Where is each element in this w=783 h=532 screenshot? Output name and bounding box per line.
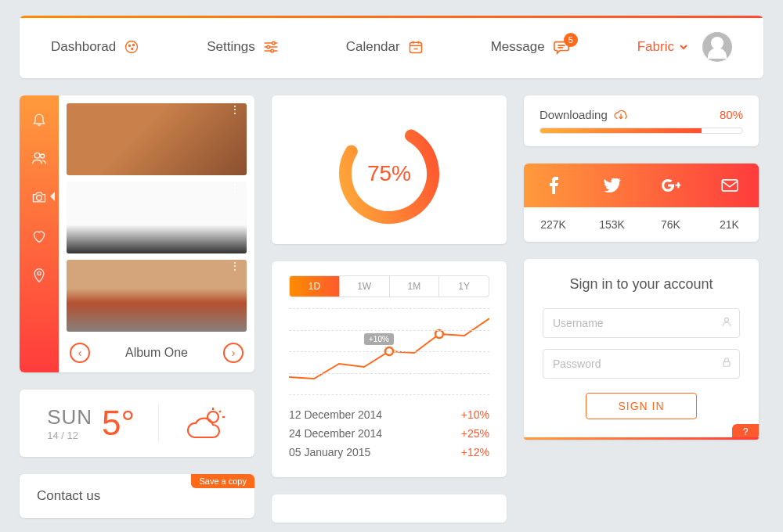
- cloud-sun-icon: [183, 406, 227, 440]
- svg-point-3: [132, 49, 133, 50]
- chat-icon: 5: [553, 39, 570, 55]
- username-input[interactable]: [543, 308, 740, 338]
- nav-dashboard-label: Dashborad: [51, 39, 116, 55]
- svg-point-29: [725, 318, 729, 322]
- location-icon[interactable]: [31, 268, 47, 283]
- history-row: 05 January 2015+12%: [289, 443, 489, 462]
- nav-message-label: Message: [491, 39, 545, 55]
- album-card: ⋮ ⋮ ⋮ ‹ Album One ›: [20, 95, 254, 372]
- camera-icon[interactable]: [31, 189, 47, 205]
- svg-point-20: [38, 271, 41, 275]
- chart-card: 1D 1W 1M 1Y +10% 12 December 2014+10: [272, 261, 507, 477]
- next-button[interactable]: ›: [223, 343, 244, 363]
- help-button[interactable]: ?: [732, 424, 759, 440]
- svg-point-7: [266, 45, 269, 49]
- range-1d[interactable]: 1D: [290, 276, 340, 297]
- nav-calendar-label: Calendar: [346, 39, 400, 55]
- download-percent: 80%: [720, 108, 743, 121]
- chart-tooltip: +10%: [364, 333, 394, 345]
- history-row: 12 December 2014+10%: [289, 405, 489, 424]
- nav-settings-label: Settings: [207, 39, 254, 55]
- svg-point-1: [129, 45, 131, 46]
- fabric-dropdown[interactable]: Fabric: [637, 39, 688, 55]
- twitter-icon[interactable]: [583, 164, 641, 207]
- social-card: 227K 153K 76K 21K: [524, 164, 759, 242]
- password-input[interactable]: [543, 349, 740, 379]
- facebook-icon[interactable]: [524, 164, 583, 207]
- range-1w[interactable]: 1W: [340, 276, 390, 297]
- svg-point-27: [435, 330, 443, 338]
- svg-rect-30: [723, 361, 730, 366]
- signin-card: Sign in to your account SIGN IN ?: [524, 259, 759, 440]
- svg-point-9: [270, 49, 273, 52]
- contact-card: Save a copy Contact us: [20, 474, 254, 518]
- weather-day: SUN: [47, 405, 92, 430]
- nav-settings[interactable]: Settings: [207, 39, 278, 55]
- line-chart: +10%: [289, 308, 489, 394]
- dashboard-icon: [124, 39, 139, 55]
- gauge-value: 75%: [334, 119, 444, 228]
- cloud-download-icon: [614, 109, 628, 121]
- heart-icon[interactable]: [31, 228, 47, 244]
- signin-title: Sign in to your account: [543, 276, 740, 293]
- svg-point-2: [133, 45, 135, 46]
- nav-calendar[interactable]: Calendar: [346, 39, 424, 55]
- bell-icon[interactable]: [31, 111, 47, 127]
- facebook-count: 227K: [524, 207, 583, 242]
- nav-dashboard[interactable]: Dashborad: [51, 39, 139, 55]
- album-photo[interactable]: ⋮: [67, 103, 247, 175]
- more-icon[interactable]: ⋮: [229, 108, 240, 111]
- weather-date: 14 / 12: [47, 430, 92, 441]
- svg-line-23: [219, 411, 221, 412]
- svg-point-21: [207, 412, 218, 422]
- svg-point-17: [34, 153, 40, 158]
- weather-card: SUN 14 / 12 5°: [20, 390, 254, 457]
- bottom-card: [272, 494, 507, 523]
- mail-icon[interactable]: [700, 164, 759, 207]
- range-1m[interactable]: 1M: [390, 276, 440, 297]
- album-sidebar: [20, 95, 59, 372]
- range-tabs: 1D 1W 1M 1Y: [289, 275, 489, 297]
- svg-point-18: [41, 154, 45, 158]
- signin-button[interactable]: SIGN IN: [586, 393, 696, 419]
- download-card: Downloading 80%: [524, 95, 759, 146]
- history-row: 24 December 2014+25%: [289, 424, 489, 443]
- album-title: Album One: [125, 346, 188, 360]
- user-icon: [721, 316, 732, 327]
- weather-temp: 5°: [102, 404, 135, 443]
- svg-point-5: [272, 41, 275, 45]
- calendar-icon: [408, 39, 424, 55]
- nav-message[interactable]: Message 5: [491, 39, 570, 55]
- range-1y[interactable]: 1Y: [439, 276, 489, 297]
- prev-button[interactable]: ‹: [70, 343, 90, 363]
- album-photo[interactable]: ⋮: [67, 182, 247, 253]
- contact-title: Contact us: [37, 488, 237, 504]
- gauge-card: 75%: [272, 95, 507, 244]
- history-list: 12 December 2014+10% 24 December 2014+25…: [289, 405, 489, 462]
- avatar[interactable]: [702, 32, 732, 62]
- lock-icon: [721, 357, 732, 368]
- svg-point-19: [37, 196, 42, 201]
- save-copy-button[interactable]: Save a copy: [191, 474, 254, 488]
- users-icon[interactable]: [31, 150, 47, 166]
- svg-rect-28: [722, 180, 738, 191]
- chevron-down-icon: [679, 42, 688, 52]
- message-badge: 5: [564, 33, 578, 47]
- svg-rect-10: [410, 42, 421, 52]
- google-plus-icon[interactable]: [641, 164, 700, 207]
- sliders-icon: [263, 40, 279, 54]
- more-icon[interactable]: ⋮: [229, 186, 240, 189]
- fabric-label: Fabric: [637, 39, 674, 55]
- album-photo[interactable]: ⋮: [67, 260, 247, 332]
- twitter-count: 153K: [583, 207, 641, 242]
- more-icon[interactable]: ⋮: [229, 264, 240, 268]
- google-count: 76K: [641, 207, 700, 242]
- download-label: Downloading: [539, 108, 608, 121]
- progress-bar: [539, 128, 743, 134]
- svg-point-0: [126, 41, 138, 53]
- top-nav: Dashborad Settings Calendar Message 5 Fa…: [20, 16, 763, 78]
- mail-count: 21K: [700, 207, 759, 242]
